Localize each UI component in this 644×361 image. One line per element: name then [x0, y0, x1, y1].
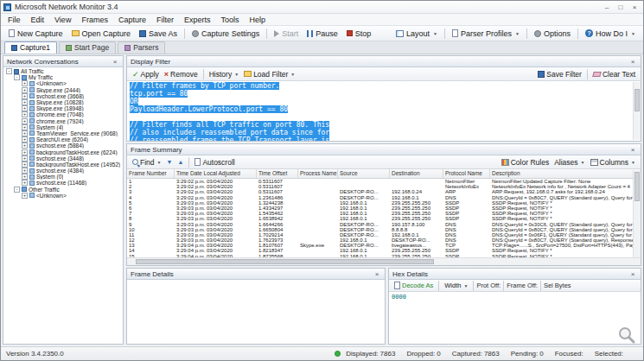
tab-start-page[interactable]: Start Page: [59, 41, 116, 54]
close-icon[interactable]: ×: [111, 58, 119, 66]
tree-item[interactable]: +Skype.exe (2444): [3, 87, 123, 93]
menu-item-tools[interactable]: Tools: [215, 15, 244, 25]
menu-item-view[interactable]: View: [49, 15, 76, 25]
collapse-icon[interactable]: -: [14, 187, 20, 193]
tree-item[interactable]: +svchost.exe (5884): [3, 142, 123, 149]
save-as-button[interactable]: Save As: [135, 28, 182, 40]
decode-as-button[interactable]: Decode As: [392, 282, 436, 289]
collapse-icon[interactable]: -: [14, 74, 20, 80]
stop-button[interactable]: Stop: [342, 28, 376, 40]
close-icon[interactable]: ×: [628, 270, 637, 278]
expand-icon[interactable]: +: [22, 124, 28, 130]
tree-item[interactable]: -All Traffic: [3, 68, 123, 74]
scrollbar-thumb[interactable]: [634, 172, 640, 201]
expand-icon[interactable]: +: [22, 118, 28, 124]
scrollbar-thumb[interactable]: [634, 89, 640, 111]
filter-scrollbar[interactable]: [633, 82, 641, 140]
tree-item[interactable]: -My Traffic: [3, 74, 123, 80]
parser-profiles-button[interactable]: Parser Profiles▼: [448, 28, 524, 40]
frame-hscrollbar[interactable]: [127, 257, 641, 265]
menu-item-help[interactable]: Help: [244, 15, 271, 25]
hex-details-body[interactable]: 0000: [389, 292, 641, 344]
tree-item[interactable]: +backgroundTaskHost.exe (14952): [3, 162, 123, 168]
column-header[interactable]: Source: [338, 169, 390, 178]
scrollbar-thumb[interactable]: [136, 259, 434, 264]
menu-item-frames[interactable]: Frames: [76, 15, 113, 25]
find-next-button[interactable]: ▼: [164, 159, 175, 165]
capture-settings-button[interactable]: Capture Settings: [188, 28, 264, 40]
tree-item[interactable]: +TeamViewer_Service.exe (9068): [3, 130, 123, 136]
column-header[interactable]: Protocol Name: [443, 169, 490, 178]
clear-text-button[interactable]: Clear Text: [590, 70, 638, 79]
close-button[interactable]: ×: [628, 3, 641, 12]
tree-item[interactable]: +svchost.exe (3448): [3, 155, 123, 162]
menu-item-edit[interactable]: Edit: [26, 15, 50, 25]
expand-icon[interactable]: +: [22, 105, 28, 111]
open-capture-button[interactable]: Open Capture: [67, 28, 136, 40]
apply-filter-button[interactable]: ✓Apply: [130, 70, 162, 79]
expand-icon[interactable]: +: [22, 149, 28, 155]
expand-icon[interactable]: +: [22, 93, 28, 99]
expand-icon[interactable]: +: [22, 180, 28, 186]
minimize-button[interactable]: –: [601, 3, 613, 12]
how-do-i-button[interactable]: ?How Do I▼: [581, 28, 640, 40]
tree-item[interactable]: +backgroundTaskHost.exe (6224): [3, 149, 123, 155]
collapse-icon[interactable]: -: [6, 68, 12, 74]
load-filter-button[interactable]: Load Filter▼: [241, 70, 297, 79]
columns-button[interactable]: Columns▼: [588, 158, 639, 167]
color-rules-button[interactable]: Color Rules: [499, 158, 552, 167]
tree-item[interactable]: +System (0): [3, 174, 123, 180]
close-icon[interactable]: ×: [373, 270, 381, 278]
tree-item[interactable]: +System (4): [3, 124, 123, 130]
start-button[interactable]: Start: [270, 28, 303, 40]
menu-item-experts[interactable]: Experts: [179, 15, 216, 25]
find-prev-button[interactable]: ▲: [175, 159, 186, 165]
width-button[interactable]: Width▼: [442, 282, 470, 289]
pause-button[interactable]: Pause: [303, 28, 342, 40]
expand-icon[interactable]: +: [22, 130, 28, 136]
aliases-button[interactable]: Aliases▼: [552, 158, 587, 167]
tree-item[interactable]: +<Unknown>: [3, 193, 123, 199]
expand-icon[interactable]: +: [22, 111, 28, 117]
expand-icon[interactable]: +: [22, 142, 28, 149]
autoscroll-button[interactable]: Autoscroll: [192, 158, 237, 167]
remove-filter-button[interactable]: ×Remove: [162, 70, 201, 79]
expand-icon[interactable]: +: [22, 155, 28, 162]
tree-item[interactable]: +svchost.exe (4384): [3, 168, 123, 174]
new-capture-button[interactable]: New Capture: [4, 28, 67, 40]
expand-icon[interactable]: +: [22, 193, 28, 199]
tree-item[interactable]: +SearchUI.exe (6204): [3, 136, 123, 142]
expand-icon[interactable]: +: [22, 136, 28, 142]
column-header[interactable]: Time Offset: [257, 169, 298, 178]
frame-details-body[interactable]: [127, 280, 385, 344]
menu-item-file[interactable]: File: [3, 15, 26, 25]
tree-item[interactable]: +svchost.exe (11468): [3, 180, 123, 186]
column-header[interactable]: Process Name: [298, 169, 338, 178]
expand-icon[interactable]: +: [22, 174, 28, 180]
tab-capture1[interactable]: Capture1: [4, 41, 57, 54]
close-icon[interactable]: ×: [628, 146, 637, 154]
expand-icon[interactable]: +: [22, 162, 28, 168]
column-header[interactable]: Destination: [390, 169, 443, 178]
save-filter-button[interactable]: Save Filter: [535, 70, 584, 79]
expand-icon[interactable]: +: [22, 168, 28, 174]
options-button[interactable]: Options: [530, 28, 575, 40]
tab-parsers[interactable]: Parsers: [118, 41, 165, 54]
find-button[interactable]: Find▼: [130, 158, 164, 167]
expand-icon[interactable]: +: [22, 80, 28, 86]
expand-icon[interactable]: +: [22, 99, 28, 105]
menu-item-capture[interactable]: Capture: [113, 15, 151, 25]
filter-editor[interactable]: // Filter frames by TCP port number.tcp.…: [127, 81, 641, 141]
tree-item[interactable]: +Skype.exe (18948): [3, 105, 123, 111]
frame-vscrollbar[interactable]: [633, 170, 641, 257]
tree-item[interactable]: +chrome.exe (7924): [3, 118, 123, 124]
column-header[interactable]: Description: [490, 169, 641, 178]
layout-button[interactable]: Layout▼: [392, 28, 442, 40]
maximize-button[interactable]: □: [615, 3, 627, 12]
column-header[interactable]: Time Date Local Adjusted: [175, 169, 257, 178]
column-header[interactable]: Frame Number: [127, 169, 175, 178]
tree-item[interactable]: +Skype.exe (10828): [3, 99, 123, 105]
history-button[interactable]: History▼: [207, 70, 241, 79]
close-icon[interactable]: ×: [628, 58, 637, 66]
tree-item[interactable]: +chrome.exe (7048): [3, 111, 123, 117]
